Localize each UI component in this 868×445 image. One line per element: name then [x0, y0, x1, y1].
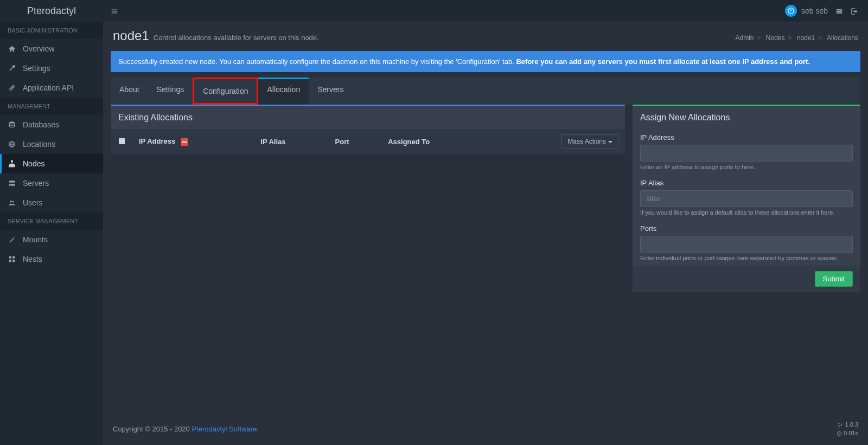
globe-icon [8, 140, 16, 148]
svg-rect-4 [9, 180, 15, 183]
logout-icon[interactable] [851, 7, 858, 15]
breadcrumb: Admin> Nodes> node1> Allocations [735, 34, 858, 42]
sidebar-item-databases[interactable]: Databases [0, 115, 103, 134]
svg-rect-1 [790, 9, 791, 11]
hamburger-icon [111, 8, 118, 15]
page-title: node1 [113, 28, 149, 43]
sidebar-header-service: SERVICE MANAGEMENT [0, 212, 103, 230]
col-assigned: Assigned To [381, 129, 488, 154]
sidebar-item-label: Application API [23, 83, 74, 92]
wrench-icon [8, 65, 16, 72]
brand-logo[interactable]: Pterodactyl [0, 5, 103, 17]
select-all-checkbox[interactable] [119, 138, 125, 144]
tab-servers[interactable]: Servers [309, 78, 352, 105]
svg-point-2 [9, 121, 14, 124]
svg-rect-13 [12, 260, 15, 262]
sidebar-item-label: Settings [23, 64, 50, 73]
sidebar-toggle[interactable] [103, 7, 126, 15]
sidebar-item-settings[interactable]: Settings [0, 59, 103, 78]
ports-label: Ports [640, 224, 853, 233]
database-icon [8, 121, 16, 128]
ip-alias-input[interactable] [640, 190, 853, 207]
ip-label: IP Address [640, 133, 853, 141]
assign-allocations-panel: Assign New Allocations IP Address Enter … [633, 105, 860, 292]
footer-link[interactable]: Pterodactyl Software [192, 425, 257, 433]
magic-icon [8, 236, 16, 243]
breadcrumb-admin[interactable]: Admin [735, 34, 754, 42]
link-icon [8, 84, 16, 92]
sidebar-item-servers[interactable]: Servers [0, 173, 103, 193]
users-icon [8, 199, 16, 207]
ip-address-input[interactable] [640, 145, 853, 162]
server-icon [8, 179, 16, 187]
tab-allocation[interactable]: Allocation [258, 78, 309, 105]
caret-down-icon [608, 141, 612, 143]
col-port: Port [329, 129, 382, 154]
alert-bold: Before you can add any servers you must … [516, 57, 810, 66]
submit-button[interactable]: Submit [815, 271, 853, 287]
sidebar-item-nodes[interactable]: Nodes [0, 154, 103, 173]
sidebar-item-mounts[interactable]: Mounts [0, 230, 103, 249]
ports-help: Enter individual ports or port ranges he… [640, 255, 853, 261]
avatar-icon [785, 5, 797, 17]
svg-rect-11 [12, 256, 15, 259]
sidebar-header-basic: BASIC ADMINISTRATION [0, 22, 103, 39]
alert-text: Successfully created new node. You can a… [118, 57, 516, 66]
assign-title: Assign New Allocations [633, 106, 860, 129]
sidebar-item-locations[interactable]: Locations [0, 134, 103, 154]
tab-settings[interactable]: Settings [148, 78, 193, 105]
svg-point-6 [10, 182, 11, 182]
alias-help: If you would like to assign a default al… [640, 209, 853, 216]
sidebar-item-label: Overview [23, 44, 54, 53]
sidebar: BASIC ADMINISTRATION Overview Settings A… [0, 22, 103, 445]
sidebar-item-overview[interactable]: Overview [0, 39, 103, 59]
sitemap-icon [8, 160, 16, 167]
sidebar-item-label: Nodes [23, 159, 44, 168]
sidebar-header-management: MANAGEMENT [0, 98, 103, 115]
sidebar-item-label: Mounts [23, 235, 48, 244]
page-subtitle: Control allocations available for server… [154, 34, 319, 42]
branch-icon [838, 422, 843, 428]
sidebar-item-label: Locations [23, 140, 55, 149]
sidebar-item-label: Databases [23, 120, 59, 129]
alias-label: IP Alias [640, 179, 853, 187]
tabs: About Settings Configuration Allocation … [111, 78, 860, 105]
svg-rect-5 [9, 184, 15, 186]
svg-point-9 [12, 201, 14, 203]
clock-icon [837, 431, 842, 436]
user-name: seb seb [801, 7, 828, 15]
col-ip: IP Address [139, 137, 175, 145]
svg-point-8 [10, 201, 12, 203]
existing-allocations-panel: Existing Allocations IP Address IP Alias… [111, 105, 625, 154]
alert-success: Successfully created new node. You can a… [111, 51, 860, 72]
sidebar-item-label: Servers [23, 179, 49, 188]
tab-configuration[interactable]: Configuration [193, 78, 258, 105]
tab-about[interactable]: About [111, 78, 148, 105]
breadcrumb-current: Allocations [827, 34, 858, 42]
svg-rect-10 [9, 256, 11, 259]
grid-icon [8, 255, 16, 263]
breadcrumb-nodes[interactable]: Nodes [766, 34, 785, 42]
existing-title: Existing Allocations [111, 106, 625, 129]
footer-meta: 1.0.3 0.01s [837, 421, 858, 437]
sidebar-item-label: Nests [23, 255, 42, 263]
home-icon [8, 45, 16, 53]
col-alias: IP Alias [254, 129, 328, 154]
footer-copyright: Copyright © 2015 - 2020 Pterodactyl Soft… [113, 425, 259, 433]
svg-rect-12 [9, 260, 11, 262]
sidebar-item-users[interactable]: Users [0, 193, 103, 212]
ip-help: Enter an IP address to assign ports to h… [640, 164, 853, 170]
mass-actions-button[interactable]: Mass Actions [561, 134, 618, 149]
user-menu[interactable]: seb seb [785, 5, 828, 17]
delete-ip-button[interactable] [181, 138, 188, 146]
sidebar-item-api[interactable]: Application API [0, 78, 103, 98]
admin-icon[interactable] [835, 7, 843, 15]
sidebar-item-label: Users [23, 198, 43, 207]
svg-point-7 [10, 184, 11, 185]
ports-input[interactable] [640, 236, 853, 253]
breadcrumb-node[interactable]: node1 [797, 34, 815, 42]
sidebar-item-nests[interactable]: Nests [0, 249, 103, 269]
